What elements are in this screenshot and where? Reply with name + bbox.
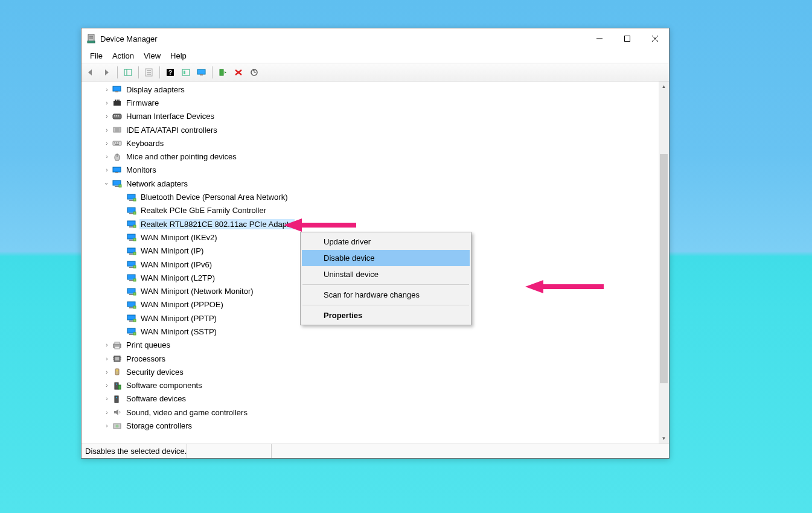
tree-node-monitors[interactable]: ›Monitors	[82, 164, 669, 177]
context-update-driver[interactable]: Update driver	[302, 234, 470, 250]
tree-node-wan-miniport-sstp-[interactable]: WAN Miniport (SSTP)	[82, 325, 669, 338]
expand-toggle[interactable]: ›	[102, 86, 112, 93]
tree-node-bluetooth-device-personal-area-network-[interactable]: Bluetooth Device (Personal Area Network)	[82, 190, 669, 203]
svg-rect-85	[115, 346, 120, 349]
swcomp-icon	[112, 381, 123, 390]
tree-node-software-components[interactable]: ›Software components	[82, 379, 669, 392]
svg-rect-24	[113, 86, 121, 91]
tree-node-label: Keyboards	[125, 138, 165, 148]
expand-toggle[interactable]: ›	[102, 422, 112, 429]
back-button[interactable]	[84, 65, 98, 80]
tree-node-ide-ata-atapi-controllers[interactable]: ›IDE ATA/ATAPI controllers	[82, 123, 669, 136]
tree-node-security-devices[interactable]: ›Security devices	[82, 365, 669, 378]
titlebar[interactable]: Device Manager	[82, 28, 669, 49]
tree-node-realtek-pcie-gbe-family-controller[interactable]: Realtek PCIe GbE Family Controller	[82, 204, 669, 217]
tree-node-human-interface-devices[interactable]: ›Human Interface Devices	[82, 110, 669, 123]
tree-node-label: Network adapters	[125, 179, 189, 189]
scroll-up-icon[interactable]: ▲	[659, 81, 669, 92]
scroll-down-icon[interactable]: ▼	[659, 433, 669, 444]
menubar: File Action View Help	[82, 49, 669, 63]
expand-toggle[interactable]: ›	[102, 369, 112, 375]
scrollbar[interactable]: ▲ ▼	[659, 81, 669, 444]
svg-rect-17	[184, 71, 185, 74]
expand-toggle[interactable]: ›	[102, 382, 112, 389]
expand-toggle[interactable]: ›	[102, 100, 112, 106]
tree-node-label: WAN Miniport (SSTP)	[139, 327, 218, 337]
svg-rect-45	[113, 167, 121, 172]
enable-button[interactable]	[216, 65, 230, 80]
tree-node-sound-video-and-game-controllers[interactable]: ›Sound, video and game controllers	[82, 406, 669, 419]
expand-toggle[interactable]: ›	[102, 153, 112, 160]
firmware-icon	[112, 98, 123, 107]
maximize-button[interactable]	[613, 29, 641, 48]
svg-rect-40	[116, 142, 117, 144]
context-separator	[302, 305, 469, 305]
close-button[interactable]	[641, 29, 669, 48]
help-button[interactable]: ?	[163, 65, 177, 80]
printer-icon	[112, 340, 123, 350]
expand-toggle[interactable]: ›	[102, 180, 112, 187]
expand-toggle[interactable]: ›	[102, 140, 112, 147]
monitor-button[interactable]	[194, 65, 209, 80]
expand-toggle[interactable]: ›	[102, 395, 112, 402]
tree-node-print-queues[interactable]: ›Print queues	[82, 339, 669, 352]
tree-node-realtek-rtl8821ce-802-11ac-pcie-adapte[interactable]: Realtek RTL8821CE 802.11ac PCIe Adapte	[82, 217, 669, 231]
menu-file[interactable]: File	[85, 49, 107, 62]
context-uninstall-device[interactable]: Uninstall device	[302, 266, 470, 282]
tree-node-label: Software components	[125, 380, 203, 390]
tree-node-label: WAN Miniport (L2TP)	[139, 273, 216, 283]
context-disable-device[interactable]: Disable device	[302, 250, 470, 266]
hid-icon	[112, 112, 123, 121]
tree-node-label: Mice and other pointing devices	[125, 151, 238, 162]
update-driver-button[interactable]	[179, 65, 193, 80]
disable-button[interactable]	[231, 65, 246, 80]
tree-node-processors[interactable]: ›Processors	[82, 352, 669, 365]
context-scan-for-hardware-changes[interactable]: Scan for hardware changes	[302, 287, 470, 303]
expand-toggle[interactable]: ›	[102, 342, 112, 348]
tree-node-firmware[interactable]: ›Firmware	[82, 96, 669, 109]
svg-rect-57	[129, 226, 133, 228]
properties-button[interactable]	[142, 65, 156, 80]
minimize-button[interactable]	[586, 29, 613, 48]
svg-rect-64	[133, 252, 136, 255]
svg-point-98	[116, 397, 117, 398]
context-properties[interactable]: Properties	[302, 307, 470, 323]
expand-toggle[interactable]: ›	[102, 409, 112, 416]
menu-help[interactable]: Help	[165, 49, 191, 62]
statusbar: Disables the selected device.	[82, 444, 669, 458]
tree-node-label: WAN Miniport (PPPOE)	[139, 299, 225, 310]
menu-action[interactable]: Action	[107, 49, 139, 62]
menu-view[interactable]: View	[139, 49, 165, 62]
window-title: Device Manager	[100, 34, 586, 43]
svg-rect-16	[182, 69, 190, 75]
tree-node-storage-controllers[interactable]: ›Storage controllers	[82, 419, 669, 432]
netadapter-icon	[126, 193, 137, 202]
expand-toggle[interactable]: ›	[102, 167, 112, 173]
expand-toggle[interactable]: ›	[102, 113, 112, 119]
netadapter-icon	[126, 260, 137, 269]
tree-node-label: WAN Miniport (IPv6)	[139, 260, 213, 270]
svg-rect-76	[133, 306, 136, 308]
storage-icon	[112, 421, 123, 431]
netadapter-icon	[126, 327, 137, 336]
expand-toggle[interactable]: ›	[102, 355, 112, 362]
tree-node-keyboards[interactable]: ›Keyboards	[82, 136, 669, 150]
tree-node-software-devices[interactable]: ›Software devices	[82, 392, 669, 406]
context-menu[interactable]: Update driverDisable deviceUninstall dev…	[300, 232, 472, 325]
svg-rect-52	[133, 199, 136, 201]
svg-rect-55	[133, 212, 136, 214]
scan-button[interactable]	[247, 65, 261, 80]
show-hidden-button[interactable]	[121, 65, 135, 80]
scroll-thumb[interactable]	[660, 154, 668, 383]
expand-toggle[interactable]: ›	[102, 127, 112, 133]
tree-node-label: Realtek PCIe GbE Family Controller	[139, 205, 267, 215]
svg-rect-79	[133, 319, 136, 322]
tree-node-display-adapters[interactable]: ›Display adapters	[82, 83, 669, 96]
ide-icon	[112, 125, 123, 135]
tree-node-mice-and-other-pointing-devices[interactable]: ›Mice and other pointing devices	[82, 150, 669, 163]
tree-node-network-adapters[interactable]: ›Network adapters	[82, 177, 669, 190]
tree-node-label: WAN Miniport (Network Monitor)	[139, 286, 255, 296]
forward-button[interactable]	[100, 65, 114, 80]
svg-rect-31	[114, 115, 115, 116]
tree-node-label: Firmware	[125, 98, 160, 108]
